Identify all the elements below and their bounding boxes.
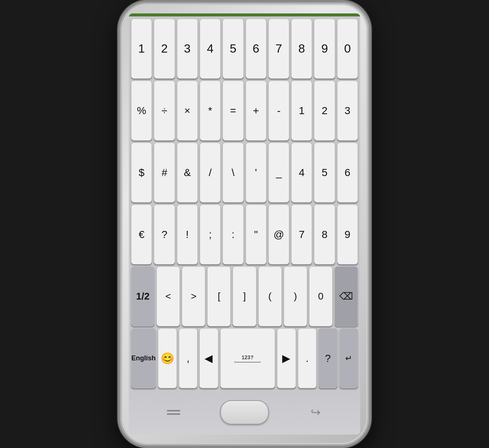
keyboard-row-3: $ # & / \ ' _ 4 5 6: [131, 142, 358, 203]
key-minus[interactable]: -: [268, 81, 289, 141]
key-equals[interactable]: =: [222, 81, 243, 141]
key-num5[interactable]: 5: [314, 142, 335, 203]
top-status-bar: [129, 13, 360, 16]
key-arrow-left[interactable]: ◀: [199, 328, 218, 388]
key-8[interactable]: 8: [291, 19, 312, 79]
backspace-icon: ⌫: [339, 291, 353, 302]
nav-bar: ↩: [129, 390, 360, 435]
key-num6[interactable]: 6: [337, 142, 358, 203]
keyboard-row-4: € ? ! ; : " @ 7 8 9: [131, 204, 358, 264]
enter-icon: ↵: [345, 354, 352, 363]
key-7[interactable]: 7: [268, 19, 289, 79]
key-at[interactable]: @: [268, 204, 289, 264]
key-6[interactable]: 6: [246, 19, 267, 79]
key-quote[interactable]: ': [246, 142, 267, 203]
key-multiply[interactable]: ×: [177, 81, 198, 141]
key-doublequote[interactable]: ": [246, 204, 267, 264]
key-9[interactable]: 9: [314, 19, 335, 79]
key-semicolon[interactable]: ;: [200, 204, 221, 264]
key-ampersand[interactable]: &: [177, 142, 198, 203]
key-open-bracket[interactable]: [: [207, 266, 231, 326]
nav-menu-button[interactable]: [161, 403, 187, 422]
menu-icon: [167, 410, 180, 415]
keyboard-row-1: 1 2 3 4 5 6 7 8 9 0: [131, 19, 358, 79]
space-label-text: 123?: [242, 354, 253, 360]
key-2[interactable]: 2: [154, 19, 175, 79]
space-underline: [234, 361, 261, 363]
key-close-paren[interactable]: ): [284, 266, 307, 326]
nav-back-button[interactable]: ↩: [302, 403, 328, 422]
key-4[interactable]: 4: [200, 19, 221, 79]
key-asterisk[interactable]: *: [200, 81, 221, 141]
space-label: 123?: [234, 354, 261, 363]
back-icon: ↩: [311, 405, 321, 419]
key-question-bottom[interactable]: ?: [318, 328, 337, 388]
key-num9[interactable]: 9: [337, 204, 358, 264]
key-5[interactable]: 5: [222, 19, 243, 79]
keyboard-row-5: 1/2 < > [ ] ( ) 0 ⌫: [131, 266, 358, 326]
nav-home-button[interactable]: [220, 400, 269, 424]
key-arrow-right[interactable]: ▶: [277, 328, 296, 388]
key-num4[interactable]: 4: [291, 142, 312, 203]
key-plus[interactable]: +: [246, 81, 267, 141]
key-0[interactable]: 0: [337, 19, 358, 79]
key-enter[interactable]: ↵: [339, 328, 358, 388]
key-less-than[interactable]: <: [156, 266, 180, 326]
key-underscore[interactable]: _: [268, 142, 289, 203]
key-3[interactable]: 3: [177, 19, 198, 79]
key-open-paren[interactable]: (: [258, 266, 282, 326]
keyboard: 1 2 3 4 5 6 7 8 9 0 % ÷ × * = + - 1: [129, 16, 360, 390]
key-divide[interactable]: ÷: [154, 81, 175, 141]
key-dot[interactable]: .: [298, 328, 317, 388]
key-zero-num[interactable]: 0: [309, 266, 333, 326]
key-page-toggle[interactable]: 1/2: [131, 266, 155, 326]
key-num7[interactable]: 7: [291, 204, 312, 264]
key-num8[interactable]: 8: [314, 204, 335, 264]
key-backspace[interactable]: ⌫: [334, 266, 358, 326]
key-num3[interactable]: 3: [337, 81, 358, 141]
key-slash[interactable]: /: [200, 142, 221, 203]
key-colon[interactable]: :: [222, 204, 243, 264]
key-percent[interactable]: %: [131, 81, 152, 141]
key-num1[interactable]: 1: [291, 81, 312, 141]
key-space[interactable]: 123?: [220, 328, 275, 388]
key-exclaim[interactable]: !: [177, 204, 198, 264]
phone-frame: 1 2 3 4 5 6 7 8 9 0 % ÷ × * = + - 1: [118, 0, 371, 448]
key-backslash[interactable]: \: [222, 142, 243, 203]
keyboard-row-2: % ÷ × * = + - 1 2 3: [131, 81, 358, 141]
key-euro[interactable]: €: [131, 204, 152, 264]
screen-area: 1 2 3 4 5 6 7 8 9 0 % ÷ × * = + - 1: [129, 13, 360, 435]
key-emoji[interactable]: 😊: [158, 328, 177, 388]
keyboard-row-6: English 😊 , ◀ 123? ▶ . ? ↵: [131, 328, 358, 388]
key-question[interactable]: ?: [154, 204, 175, 264]
left-arrow-icon: ◀: [205, 352, 213, 364]
key-hash[interactable]: #: [154, 142, 175, 203]
right-arrow-icon: ▶: [282, 352, 290, 364]
key-num2[interactable]: 2: [314, 81, 335, 141]
key-language[interactable]: English: [131, 328, 156, 388]
key-1[interactable]: 1: [131, 19, 152, 79]
key-greater-than[interactable]: >: [182, 266, 205, 326]
key-dollar[interactable]: $: [131, 142, 152, 203]
key-close-bracket[interactable]: ]: [233, 266, 256, 326]
key-comma[interactable]: ,: [179, 328, 198, 388]
